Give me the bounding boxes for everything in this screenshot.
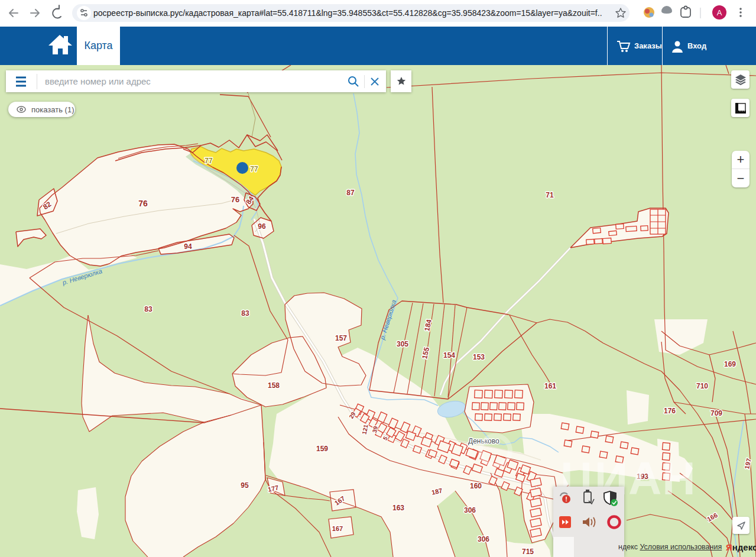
svg-text:160: 160	[470, 482, 482, 490]
svg-text:83: 83	[144, 305, 153, 313]
svg-text:159: 159	[316, 445, 328, 453]
svg-text:157: 157	[335, 334, 347, 342]
svg-text:83: 83	[241, 309, 249, 318]
svg-text:94: 94	[184, 242, 192, 251]
svg-text:715: 715	[522, 548, 534, 556]
svg-text:169: 169	[724, 360, 736, 368]
svg-text:154: 154	[443, 351, 455, 360]
svg-text:167: 167	[332, 525, 343, 532]
svg-text:77: 77	[205, 157, 213, 165]
svg-text:76: 76	[138, 199, 148, 208]
svg-text:163: 163	[392, 504, 404, 512]
svg-text:A: A	[717, 8, 722, 17]
svg-text:305: 305	[397, 340, 408, 348]
svg-text:95: 95	[241, 481, 249, 490]
svg-text:161: 161	[544, 382, 556, 390]
svg-text:77: 77	[250, 165, 258, 173]
svg-text:176: 176	[664, 407, 676, 415]
svg-text:710: 710	[696, 382, 708, 390]
svg-text:306: 306	[478, 535, 489, 543]
svg-text:76: 76	[231, 195, 239, 204]
svg-text:306: 306	[464, 506, 476, 514]
svg-text:153: 153	[473, 353, 485, 361]
svg-text:158: 158	[268, 381, 280, 390]
svg-text:87: 87	[346, 189, 355, 197]
svg-text:96: 96	[258, 222, 266, 231]
svg-text:709: 709	[710, 409, 722, 417]
svg-text:71: 71	[546, 191, 554, 199]
svg-text:!: !	[565, 496, 567, 503]
